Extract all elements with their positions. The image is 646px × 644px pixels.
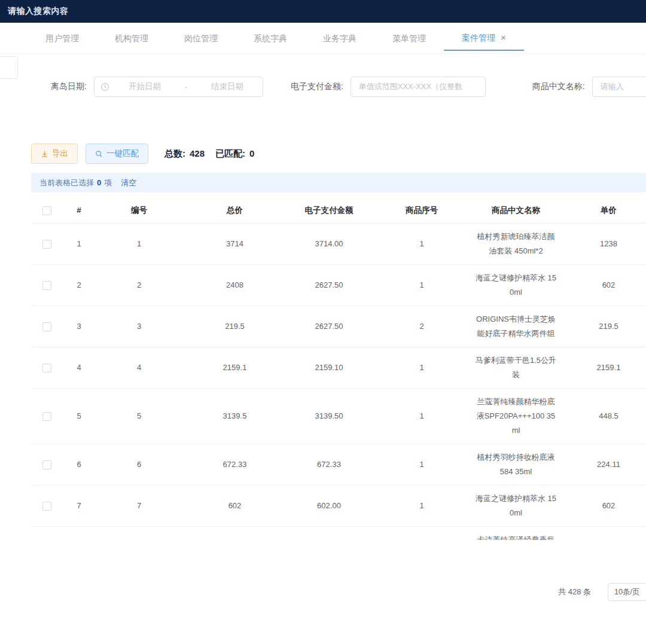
cell-unit-price: 1238 [559,223,646,264]
cell-total-price: 2408 [182,264,287,306]
select-all-checkbox[interactable] [42,206,51,215]
row-checkbox[interactable] [42,322,51,331]
case-table: # 编号 总价 电子支付金额 商品序号 商品中文名称 单价 1 1 3714 3… [31,198,646,540]
matched-value: 0 [249,148,254,160]
cell-product-name: 海蓝之谜修护精萃水 150ml [473,264,559,306]
cell-product-name: 卡诗菁纯亮泽经典香氛发油100ml [473,526,559,540]
table-header-row: # 编号 总价 电子支付金额 商品序号 商品中文名称 单价 [31,198,646,223]
cell-product-name: 兰蔻菁纯臻颜精华粉底液SPF20PA+++100 35ml [473,388,559,444]
cell-index: 4 [62,347,96,388]
col-product-name: 商品中文名称 [473,198,559,223]
download-icon [41,150,48,158]
cell-code: 7 [96,485,182,526]
export-button-label: 导出 [52,148,68,159]
cell-index: 8 [62,526,96,540]
cell-product-name: 植村秀羽纱持妆粉底液584 35ml [473,444,559,485]
cell-total-price: 672.33 [182,444,287,485]
cell-epay-amount: 602.00 [287,485,371,526]
cell-index: 3 [62,306,96,347]
page-size-select[interactable]: 10条/页 [608,583,646,601]
cell-epay-amount: 2627.50 [287,264,371,306]
row-checkbox[interactable] [42,502,51,511]
table-row: 6 6 672.33 672.33 1 植村秀羽纱持妆粉底液584 35ml 2… [31,444,646,485]
cell-unit-price: 219.5 [559,306,646,347]
cell-index: 6 [62,444,96,485]
col-code: 编号 [96,198,182,223]
cell-unit-price: 224.11 [559,444,646,485]
cell-code: 1 [96,223,182,264]
tab-menu-management[interactable]: 菜单管理 [374,26,444,51]
cell-product-seq: 1 [371,223,473,264]
cell-code: 8 [96,526,182,540]
match-stats: 总数: 428 已匹配: 0 [164,148,254,160]
cell-unit-price: 411.16 [559,526,646,540]
row-checkbox[interactable] [42,460,51,469]
cell-unit-price: 2159.1 [559,347,646,388]
row-checkbox[interactable] [42,412,51,421]
cell-product-name: 马爹利蓝带干邑1.5公升装 [473,347,559,388]
one-click-match-button[interactable]: 一键匹配 [86,144,148,164]
product-name-input[interactable]: 请输入 [592,77,646,97]
cell-total-price: 3714 [182,223,287,264]
cell-unit-price: 448.5 [559,388,646,444]
cell-epay-amount: 2159.10 [287,347,371,388]
tab-org-management[interactable]: 机构管理 [97,26,166,51]
table-row: 8 8 1233.47 1233.47 1 卡诗菁纯亮泽经典香氛发油100ml … [31,526,646,540]
col-index: # [62,198,96,223]
cell-index: 7 [62,485,96,526]
tab-post-management[interactable]: 岗位管理 [166,26,236,51]
clipped-panel-corner [0,56,18,79]
col-product-seq: 商品序号 [371,198,473,223]
row-checkbox[interactable] [42,281,51,290]
row-checkbox[interactable] [42,240,51,249]
start-date-placeholder[interactable]: 开始日期 [109,81,180,92]
cell-total-price: 219.5 [182,306,287,347]
tab-business-dict[interactable]: 业务字典 [305,26,374,51]
header-search-input[interactable]: 请输入搜索内容 [8,6,69,17]
end-date-placeholder[interactable]: 结束日期 [192,81,263,92]
epay-amount-input[interactable]: 单值或范围XXX-XXX（仅整数 [351,77,486,97]
cell-product-name: 海蓝之谜修护精萃水 150ml [473,485,559,526]
tab-system-dict[interactable]: 系统字典 [236,26,305,51]
cell-index: 1 [62,223,96,264]
total-label: 总数: [164,148,185,160]
one-click-match-label: 一键匹配 [106,148,139,159]
table-row: 2 2 2408 2627.50 1 海蓝之谜修护精萃水 150ml 602 [31,264,646,306]
selection-count: 0 [97,178,101,187]
cell-total-price: 2159.1 [182,347,287,388]
cell-product-seq: 1 [371,444,473,485]
cell-code: 4 [96,347,182,388]
tab-user-management[interactable]: 用户管理 [28,26,97,51]
cell-product-seq: 2 [371,306,473,347]
cell-unit-price: 602 [559,485,646,526]
cell-epay-amount: 3139.50 [287,388,371,444]
cell-unit-price: 602 [559,264,646,306]
cell-epay-amount: 2627.50 [287,306,371,347]
cell-product-seq: 1 [371,388,473,444]
close-icon[interactable]: × [501,33,506,42]
date-separator: - [180,83,192,91]
cell-epay-amount: 3714.00 [287,223,371,264]
cell-code: 5 [96,388,182,444]
cell-product-seq: 1 [371,526,473,540]
tab-case-management[interactable]: 案件管理 × [444,26,524,51]
filter-bar: 离岛日期: 开始日期 - 结束日期 电子支付金额: 单值或范围XXX-XXX（仅… [0,77,646,97]
date-range-input[interactable]: 开始日期 - 结束日期 [94,77,263,97]
search-icon [95,150,103,158]
cell-product-seq: 1 [371,485,473,526]
table-row: 1 1 3714 3714.00 1 植村秀新琥珀臻萃洁颜油套装 450ml*2… [31,223,646,264]
col-unit-price: 单价 [559,198,646,223]
row-checkbox[interactable] [42,364,51,373]
cell-epay-amount: 1233.47 [287,526,371,540]
col-total-price: 总价 [182,198,287,223]
cell-total-price: 602 [182,485,287,526]
selection-suffix: 项 [104,178,112,188]
cell-code: 2 [96,264,182,306]
total-value: 428 [190,148,205,160]
tab-case-management-label: 案件管理 [462,26,495,50]
total-count-text: 共 428 条 [558,587,591,597]
clear-selection-link[interactable]: 清空 [121,178,136,188]
cell-index: 2 [62,264,96,306]
top-navbar: 请输入搜索内容 [0,0,646,23]
export-button[interactable]: 导出 [31,144,78,164]
